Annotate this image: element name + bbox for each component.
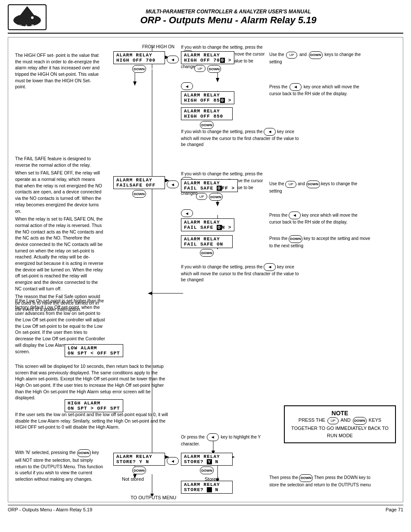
store-lcd1: ALARM RELAY STORE? Y N DOWN xyxy=(113,453,165,474)
left-key-desc3[interactable]: ◄ xyxy=(290,83,302,91)
high-off-desc2: Use the UP and DOWN keys to change the s… xyxy=(269,51,371,65)
store-desc: Then press the DOWN Then press the DOWN … xyxy=(269,474,379,488)
down-key-note[interactable]: DOWN xyxy=(353,417,367,425)
failsafe-text: The FAIL SAFE feature is designed to rev… xyxy=(15,156,103,313)
left-key-wish2[interactable]: ◄ xyxy=(264,263,276,271)
left-key-icon-2[interactable]: ◄ xyxy=(181,82,193,90)
high-off-lcd2: ALARM RELAY HIGH OFF 700 > UP DOWN xyxy=(181,51,234,73)
failsafe-lcd1: ALARM RELAY FAILSAFE OFF DOWN xyxy=(113,176,165,198)
svg-marker-14 xyxy=(148,292,152,295)
footer-left: ORP - Outputs Menu - Alarm Relay 5.19 xyxy=(8,507,92,512)
down-icon-store1[interactable]: DOWN xyxy=(132,467,146,474)
down-icon-4[interactable]: DOWN xyxy=(132,190,146,198)
high-off-lcd3: ◄ ALARM RELAY HIGH OFF 850 > xyxy=(181,82,234,104)
high-off-desc3: Press the ◄ key once which will move the… xyxy=(269,83,371,97)
low-alarm-lcd: LOW ALARM ON SPT < OFF SPT xyxy=(65,344,123,357)
low-alarm-cont-text: This screen will be displayed for 10 sec… xyxy=(15,363,168,401)
left-key-wish1[interactable]: ◄ xyxy=(264,128,276,136)
not-stored-label: Not stored xyxy=(122,476,144,482)
left-arrow-failsafe: ◄ xyxy=(167,180,179,188)
down-icon-2[interactable]: DOWN xyxy=(207,65,221,73)
svg-point-2 xyxy=(31,16,34,19)
left-key-icon[interactable]: ◄ xyxy=(167,56,179,63)
footer: ORP - Outputs Menu - Alarm Relay 5.19 Pa… xyxy=(8,505,403,512)
failsafe-lcd4: ALARM RELAY FAIL SAFE ON DOWN xyxy=(181,235,233,257)
high-off-text: The HIGH OFF set- point is the value tha… xyxy=(15,52,101,90)
left-arrow-store: ◄ xyxy=(167,457,179,465)
from-high-on-label: FROM HIGH ON xyxy=(142,44,174,49)
down-key-store-desc[interactable]: DOWN xyxy=(299,474,313,482)
footer-right: Page 71 xyxy=(386,507,403,512)
failsafe-lcd3: ◄ ALARM RELAY FAIL SAFE ON > xyxy=(181,209,234,231)
svg-text:S H A R K: S H A R K xyxy=(12,24,42,28)
failsafe-lcd2: ALARM RELAY FAIL SAFE OFF > UP DOWN xyxy=(181,179,238,201)
store-lcd3: ALARM RELAY STORE? N xyxy=(181,481,233,494)
up-icon-1[interactable]: UP xyxy=(194,65,206,72)
up-key-desc2[interactable]: UP xyxy=(285,181,296,188)
svg-marker-31 xyxy=(216,202,219,206)
store-lcd2: ALARM RELAY STORE? Y N DOWN xyxy=(181,453,233,474)
failsafe-desc3: Press the ◄ key once which will move the… xyxy=(269,212,371,225)
down-key-desc[interactable]: DOWN xyxy=(309,51,323,59)
failsafe-desc2: Use the UP and DOWN keys to change the s… xyxy=(269,180,371,194)
high-off-lcd4: ALARM RELAY HIGH OFF 850 DOWN xyxy=(181,107,233,129)
down-icon-1[interactable]: DOWN xyxy=(132,65,146,73)
diagram: FROM HIGH ON The HIGH OFF set- point is … xyxy=(15,44,396,496)
if-wish-change-1: If you wish to change the setting, press… xyxy=(181,128,302,147)
or-press-label: Or press the ◄ key to highlight the Y ch… xyxy=(181,433,267,447)
main-content-box: FROM HIGH ON The HIGH OFF set- point is … xyxy=(8,37,403,502)
failsafe-desc4: Press the DOWN key to accept the setting… xyxy=(269,235,371,249)
left-key-store[interactable]: ◄ xyxy=(167,457,179,465)
store-text: With 'N' selected, pressing the DOWN key… xyxy=(15,449,103,482)
logo: S H A R K xyxy=(8,4,47,30)
down-key-desc2[interactable]: DOWN xyxy=(306,180,320,188)
down-icon-5[interactable]: DOWN xyxy=(209,193,223,201)
header-subtitle: MULTI-PARAMETER CONTROLLER & ANALYZER US… xyxy=(53,9,403,15)
high-alarm-lcd: HIGH ALARM ON SPT > OFF SPT xyxy=(65,399,123,412)
header-title: ORP - Outputs Menu - Alarm Relay 5.19 xyxy=(53,15,403,26)
high-off-lcd1: ALARM RELAY HIGH OFF 700 DOWN xyxy=(113,51,165,73)
note-box: NOTE PRESS THE UP AND DOWN KEYS TOGETHER… xyxy=(284,405,396,443)
down-icon-store2[interactable]: DOWN xyxy=(200,467,214,474)
up-key-desc[interactable]: UP xyxy=(286,52,297,59)
left-key-or-press[interactable]: ◄ xyxy=(207,433,219,441)
low-alarm-text3: If the user sets the low on set-point an… xyxy=(15,411,168,430)
page: S H A R K MULTI-PARAMETER CONTROLLER & A… xyxy=(0,0,411,532)
up-icon-2[interactable]: UP xyxy=(196,193,207,200)
left-key-failsafe[interactable]: ◄ xyxy=(167,180,179,188)
if-wish-change-2: If you wish to change the setting, press… xyxy=(181,263,302,283)
left-key-desc3-fs[interactable]: ◄ xyxy=(289,212,301,219)
up-key-note[interactable]: UP xyxy=(327,417,339,424)
down-icon-6[interactable]: DOWN xyxy=(200,249,214,257)
left-key-fs3[interactable]: ◄ xyxy=(181,209,193,217)
down-key-store[interactable]: DOWN xyxy=(77,449,91,457)
to-outputs-menu: TO OUTPUTS MENU xyxy=(131,495,176,500)
down-key-desc4[interactable]: DOWN xyxy=(289,235,302,243)
header: S H A R K MULTI-PARAMETER CONTROLLER & A… xyxy=(8,4,403,34)
header-titles: MULTI-PARAMETER CONTROLLER & ANALYZER US… xyxy=(53,9,403,26)
shark-logo-svg: S H A R K xyxy=(10,5,44,28)
left-arrow-icon-1: ◄ xyxy=(167,56,179,63)
svg-marker-8 xyxy=(133,81,137,86)
svg-marker-27 xyxy=(216,78,219,82)
